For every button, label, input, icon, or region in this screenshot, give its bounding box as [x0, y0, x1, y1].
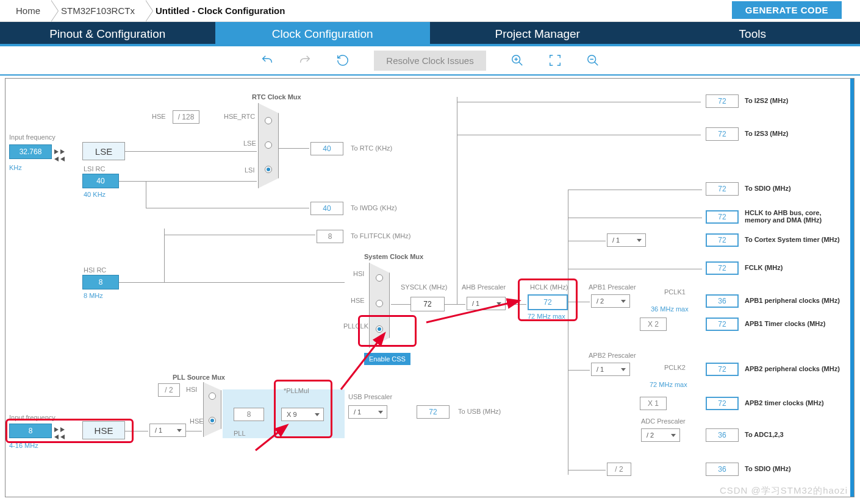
apb2-timer-out: 72: [706, 397, 739, 410]
pll-src-mux[interactable]: [203, 382, 221, 437]
label-hse: HSE: [152, 113, 166, 120]
lse-block: LSE: [82, 142, 125, 160]
hclk-value[interactable]: 72: [528, 294, 568, 310]
apb2-prescaler-dropdown[interactable]: / 1: [591, 363, 630, 376]
label-hclk-max: 72 MHz max: [528, 313, 565, 320]
bc-device[interactable]: STM32F103RCTx: [55, 0, 149, 21]
label-to-cortex: To Cortex System timer (MHz): [745, 236, 840, 243]
apb2-mul: X 1: [640, 397, 667, 410]
enable-css-button[interactable]: Enable CSS: [364, 353, 410, 365]
label-lse-in: LSE: [243, 140, 256, 147]
hsi-div2: / 2: [158, 383, 180, 397]
clock-canvas[interactable]: Input frequency 32.768 KHz LSE LSI RC 40…: [5, 78, 855, 497]
label-lsi-sub: 40 KHz: [84, 191, 106, 198]
label-pll: PLL: [234, 430, 246, 437]
toolbar: Resolve Clock Issues: [0, 46, 860, 76]
reset-icon[interactable]: [336, 54, 349, 67]
label-input-frequency: Input frequency: [9, 133, 56, 141]
apb1-timer-out: 72: [706, 318, 739, 331]
label-pclk1: PCLK1: [664, 288, 686, 296]
hse-prescaler-dropdown[interactable]: / 1: [149, 424, 186, 437]
rtc-out: 40: [310, 142, 343, 155]
label-usb-prescaler: USB Prescaler: [348, 393, 392, 400]
label-khz: KHz: [9, 164, 22, 171]
label-fclk: FCLK (MHz): [745, 264, 783, 271]
rtc-mux[interactable]: [258, 103, 279, 188]
label-to-sdio: To SDIO (MHz): [745, 185, 791, 192]
fclk-out: 72: [706, 261, 739, 275]
lse-freq-input[interactable]: 32.768: [9, 144, 52, 159]
watermark: CSDN @学习STM32的haozi: [720, 485, 848, 497]
hse-block: HSE: [82, 421, 125, 439]
label-lsi-rc: LSI RC: [84, 165, 105, 172]
lsi-block: 40: [82, 174, 119, 188]
pllmul-dropdown[interactable]: X 9: [281, 408, 324, 421]
label-hsi-sub: 8 MHz: [84, 292, 103, 299]
label-pllmul: *PLLMul: [284, 387, 309, 394]
label-to-iwdg: To IWDG (KHz): [351, 204, 397, 211]
sys-mux[interactable]: [369, 263, 390, 348]
pll-in-val: 8: [234, 408, 264, 421]
label-hse-pll: HSE: [190, 417, 204, 425]
i2s3-out: 72: [706, 127, 739, 141]
label-apb1-periph: APB1 peripheral clocks (MHz): [745, 297, 840, 304]
tab-pinout[interactable]: Pinout & Configuration: [0, 22, 215, 44]
tab-tools[interactable]: Tools: [645, 22, 861, 44]
sdio-out: 72: [706, 182, 739, 196]
label-sys-mux: System Clock Mux: [364, 253, 423, 260]
label-to-flitf: To FLITFCLK (MHz): [351, 232, 410, 240]
hse-freq-input[interactable]: 8: [9, 424, 52, 438]
label-to-adc: To ADC1,2,3: [745, 431, 784, 438]
zoom-in-icon[interactable]: [511, 54, 524, 67]
label-pll-src-mux: PLL Source Mux: [173, 374, 225, 381]
apb1-prescaler-dropdown[interactable]: / 2: [591, 294, 630, 308]
fit-icon[interactable]: [548, 54, 562, 67]
label-hclk-ahb: HCLK to AHB bus, core, memory and DMA (M…: [745, 209, 848, 224]
label-apb2-prescaler: APB2 Prescaler: [589, 352, 636, 359]
label-rtc-mux: RTC Clock Mux: [252, 93, 301, 101]
cortex-prescaler-dropdown[interactable]: / 1: [607, 233, 646, 247]
hse-div128: / 128: [173, 110, 199, 124]
iwdg-out: 40: [310, 202, 343, 215]
bc-home[interactable]: Home: [10, 0, 55, 21]
label-mhz-range: 4-16 MHz: [9, 442, 38, 449]
label-pclk2-max: 72 MHz max: [650, 381, 687, 388]
label-input-frequency-2: Input frequency: [9, 414, 56, 421]
usb-prescaler-dropdown[interactable]: / 1: [348, 405, 387, 419]
label-to-i2s2: To I2S2 (MHz): [745, 97, 788, 104]
resolve-clock-issues-button[interactable]: Resolve Clock Issues: [374, 51, 486, 71]
sdio2-presc: / 2: [607, 463, 631, 476]
label-hse-rtc: HSE_RTC: [224, 113, 255, 120]
redo-icon: [298, 54, 312, 67]
label-lsi-in: LSI: [245, 166, 255, 174]
label-hse-sys: HSE: [351, 297, 365, 304]
hsi-block: 8: [82, 275, 119, 289]
tabs: Pinout & Configuration Clock Configurati…: [0, 22, 860, 46]
label-to-rtc: To RTC (KHz): [351, 144, 392, 152]
bc-page[interactable]: Untitled - Clock Configuration: [149, 0, 299, 21]
label-apb2-periph: APB2 peripheral clocks (MHz): [745, 365, 840, 372]
tab-project-manager[interactable]: Project Manager: [430, 22, 645, 44]
label-hclk: HCLK (MHz): [530, 283, 568, 291]
label-hsi-sys: HSI: [353, 270, 364, 277]
hclk-ahb-out: 72: [706, 210, 739, 224]
undo-icon[interactable]: [260, 54, 274, 67]
label-to-sdio2: To SDIO (MHz): [745, 465, 791, 472]
adc-prescaler-dropdown[interactable]: / 2: [641, 428, 680, 442]
usb-out: 72: [417, 405, 450, 419]
label-to-i2s3: To I2S3 (MHz): [745, 130, 788, 137]
sysclk-value: 72: [410, 297, 445, 311]
breadcrumb: Home STM32F103RCTx Untitled - Clock Conf…: [0, 0, 860, 22]
label-hsi-pll: HSI: [186, 386, 197, 393]
label-ahb-prescaler: AHB Prescaler: [462, 283, 506, 291]
ahb-prescaler-dropdown[interactable]: / 1: [467, 297, 506, 310]
generate-code-button[interactable]: GENERATE CODE: [732, 1, 842, 19]
i2s2-out: 72: [706, 94, 739, 108]
label-hsi-rc: HSI RC: [84, 266, 106, 274]
label-apb1-timer: APB1 Timer clocks (MHz): [745, 320, 825, 327]
pclk2-out: 72: [706, 363, 739, 376]
flitf-out: 8: [317, 230, 343, 243]
zoom-out-icon[interactable]: [586, 54, 600, 67]
adc-out: 36: [706, 428, 739, 442]
tab-clock[interactable]: Clock Configuration: [215, 22, 431, 44]
